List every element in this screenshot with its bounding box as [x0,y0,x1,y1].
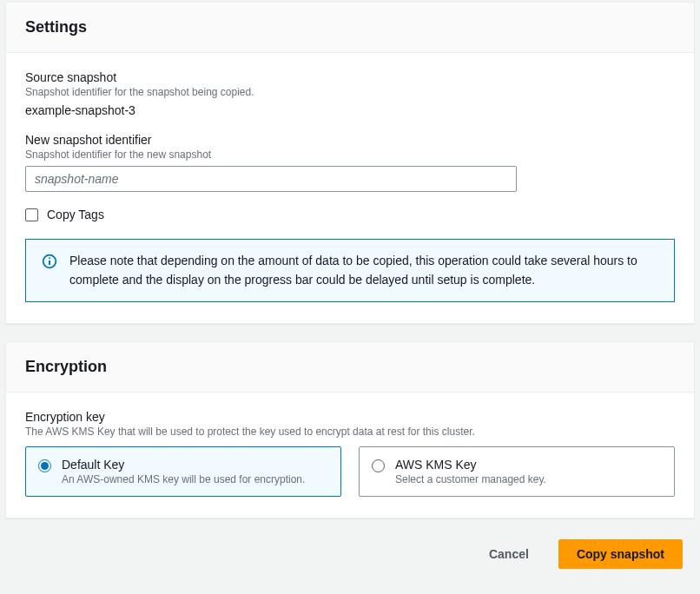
settings-heading: Settings [25,18,675,36]
radio-title: AWS KMS Key [395,458,546,472]
radio-desc: An AWS-owned KMS key will be used for en… [62,473,305,485]
encryption-header: Encryption [6,342,694,393]
radio-content: AWS KMS Key Select a customer managed ke… [395,458,546,485]
settings-panel: Settings Source snapshot Snapshot identi… [5,2,695,324]
new-identifier-group: New snapshot identifier Snapshot identif… [25,133,675,192]
settings-body: Source snapshot Snapshot identifier for … [6,53,694,323]
encryption-key-label: Encryption key [25,410,675,424]
info-alert: Please note that depending on the amount… [25,239,675,302]
radio-title: Default Key [62,458,305,472]
new-identifier-label: New snapshot identifier [25,133,675,147]
copy-tags-checkbox[interactable]: Copy Tags [25,208,675,221]
new-identifier-input[interactable] [25,166,517,192]
footer-actions: Cancel Copy snapshot [0,536,700,578]
svg-point-2 [49,257,50,259]
source-snapshot-group: Source snapshot Snapshot identifier for … [25,70,675,117]
source-snapshot-value: example-snapshot-3 [25,103,675,117]
info-text: Please note that depending on the amount… [69,252,658,289]
radio-content: Default Key An AWS-owned KMS key will be… [62,458,305,485]
encryption-heading: Encryption [25,358,675,376]
cancel-button[interactable]: Cancel [472,539,546,569]
settings-header: Settings [6,3,694,53]
encryption-options: Default Key An AWS-owned KMS key will be… [25,446,675,497]
copy-tags-label: Copy Tags [47,208,104,221]
info-icon [42,254,57,269]
radio-default-key[interactable]: Default Key An AWS-owned KMS key will be… [25,446,341,497]
source-snapshot-desc: Snapshot identifier for the snapshot bei… [25,86,675,98]
encryption-key-desc: The AWS KMS Key that will be used to pro… [25,426,675,438]
encryption-body: Encryption key The AWS KMS Key that will… [6,393,694,518]
new-identifier-desc: Snapshot identifier for the new snapshot [25,148,675,161]
encryption-panel: Encryption Encryption key The AWS KMS Ke… [5,341,695,518]
radio-aws-kms-key[interactable]: AWS KMS Key Select a customer managed ke… [359,446,675,497]
checkbox-box-icon [25,208,38,221]
radio-desc: Select a customer managed key. [395,473,546,485]
radio-icon [372,459,385,472]
copy-snapshot-button[interactable]: Copy snapshot [558,539,683,569]
source-snapshot-label: Source snapshot [25,70,675,84]
radio-icon [38,459,51,472]
